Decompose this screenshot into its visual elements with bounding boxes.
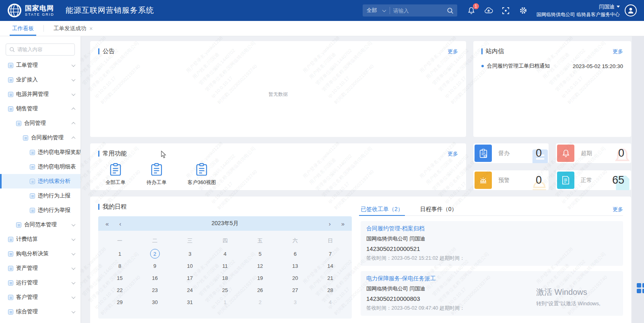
unread-dot-icon — [481, 65, 484, 67]
global-search-input[interactable] — [390, 8, 447, 14]
calendar-day[interactable]: 25 — [207, 284, 242, 296]
sidebar-item[interactable]: 电源并网管理 — [0, 87, 80, 101]
sidebar-item[interactable]: 合同管理 — [0, 116, 80, 130]
user-info[interactable]: 闫国迪 国网临猗供电公司 临猗县客户服务中心 — [537, 3, 620, 18]
calendar-day[interactable]: 12 — [243, 260, 278, 272]
next-year-button[interactable]: » — [341, 220, 345, 227]
calendar-day[interactable]: 29 — [102, 296, 137, 308]
prev-year-button[interactable]: « — [105, 220, 109, 227]
schedule-title: 我的日程 — [98, 203, 127, 211]
notifications-button[interactable]: 1 — [467, 6, 476, 15]
sidebar-search-input[interactable] — [17, 47, 70, 52]
status-card-overdue[interactable]: 超期 0 — [556, 143, 631, 163]
sidebar-item[interactable]: 违约线索分析 — [0, 174, 80, 188]
quick-item-todo-orders[interactable]: 待办工单 — [147, 163, 167, 186]
calendar-day[interactable]: 14 — [313, 260, 348, 272]
schedule-tabs: 已签收工单（2） 日程事件（0） 更多 — [361, 203, 623, 216]
order-item[interactable]: 合同履约管理-档案归档 国网临猗供电公司 闫国迪 142305021000052… — [361, 221, 623, 266]
calendar-day[interactable]: 31 — [172, 296, 207, 308]
calendar-day[interactable]: 4 — [207, 248, 242, 260]
avatar[interactable] — [625, 4, 637, 17]
messages-panel: 站内信 更多 合同履约管理工单归档通知 2023-05-02 15:20:30 — [473, 41, 631, 137]
next-month-button[interactable]: › — [329, 220, 331, 227]
calendar-day[interactable]: 3 — [172, 248, 207, 260]
announcement-panel: 公告 更多 暂无数据 — [90, 41, 466, 137]
calendar-day[interactable]: 3 — [278, 296, 313, 308]
calendar-day[interactable]: 19 — [243, 272, 278, 284]
sidebar-item[interactable]: 工单管理 — [0, 58, 80, 72]
order-item[interactable]: 电力保障服务-保电任务派工 国网临猗供电公司 闫国迪 1423050210000… — [361, 271, 623, 316]
sidebar-item[interactable]: 业扩接入 — [0, 72, 80, 87]
calendar-day[interactable]: 20 — [278, 272, 313, 284]
order-meta: 签收时间：2023-05-02 09:47:40 超期时间： — [366, 305, 617, 312]
floating-grid-button[interactable] — [637, 283, 644, 294]
calendar-day[interactable]: 26 — [243, 284, 278, 296]
fullscreen-button[interactable] — [502, 6, 510, 15]
calendar-day[interactable]: 10 — [172, 260, 207, 272]
calendar-day[interactable]: 21 — [313, 272, 348, 284]
quick-item-all-orders[interactable]: 全部工单 — [105, 163, 126, 186]
sidebar-item[interactable]: 违约行为上报 — [0, 188, 80, 203]
calendar-day[interactable]: 8 — [102, 260, 137, 272]
document-icon — [30, 179, 35, 184]
messages-more-link[interactable]: 更多 — [613, 48, 623, 55]
calendar-day[interactable]: 30 — [137, 296, 172, 308]
cloud-button[interactable] — [484, 6, 493, 15]
schedule-more-link[interactable]: 更多 — [613, 206, 623, 213]
sidebar-item[interactable]: 合同范本管理 — [0, 217, 80, 232]
calendar-day[interactable]: 22 — [102, 284, 137, 296]
sidebar-item-label: 违约窃电明细表 — [38, 163, 76, 170]
sidebar-item[interactable]: 客户管理 — [0, 290, 80, 304]
calendar-day[interactable]: 27 — [278, 284, 313, 296]
calendar-day[interactable]: 24 — [172, 284, 207, 296]
tab-signed-orders[interactable]: 已签收工单（2） — [361, 203, 403, 215]
document-icon — [16, 222, 21, 228]
calendar-day[interactable]: 23 — [137, 284, 172, 296]
calendar-day[interactable]: 17 — [172, 272, 207, 284]
tab-schedule-events[interactable]: 日程事件（0） — [420, 203, 457, 215]
search-icon[interactable] — [447, 7, 454, 14]
order-title-link[interactable]: 合同履约管理-档案归档 — [366, 225, 617, 232]
calendar-day[interactable]: 4 — [313, 296, 348, 308]
quick-item-customer-360[interactable]: 客户360视图 — [188, 163, 216, 186]
sidebar-item[interactable]: 销售管理 — [0, 101, 80, 116]
sidebar-item[interactable]: 运行管理 — [0, 275, 80, 290]
calendar-day[interactable]: 1 — [102, 248, 137, 260]
calendar-day[interactable]: 5 — [243, 248, 278, 260]
search-scope-select[interactable]: 全部 — [363, 7, 390, 14]
sidebar-item[interactable]: 违约窃电明细表 — [0, 159, 80, 174]
sidebar-item[interactable]: 合同履约管理 — [0, 130, 80, 145]
announcement-more-link[interactable]: 更多 — [448, 48, 458, 55]
calendar-day[interactable]: 16 — [137, 272, 172, 284]
tab-workboard[interactable]: 工作看板 — [10, 21, 36, 36]
sidebar-item[interactable]: 计费结算 — [0, 232, 80, 246]
calendar-day[interactable]: 6 — [278, 248, 313, 260]
sidebar-item[interactable]: 资产管理 — [0, 261, 80, 275]
user-org: 国网临猗供电公司 临猗县客户服务中心 — [537, 11, 620, 18]
calendar-day[interactable]: 15 — [102, 272, 137, 284]
calendar-day[interactable]: 13 — [278, 260, 313, 272]
calendar-day[interactable]: 7 — [313, 248, 348, 260]
sidebar-item[interactable]: 违约行为举报 — [0, 203, 80, 217]
status-card-supervise[interactable]: 督办 0 — [473, 143, 549, 163]
status-card-normal[interactable]: 正常 65 — [556, 170, 631, 190]
status-count: 0 — [536, 174, 542, 186]
calendar-day[interactable]: 9 — [137, 260, 172, 272]
order-org: 国网临猗供电公司 闫国迪 — [366, 235, 617, 242]
sidebar-item[interactable]: 购电分析决策 — [0, 246, 80, 261]
message-item[interactable]: 合同履约管理工单归档通知 2023-05-02 15:20:30 — [481, 62, 623, 70]
tab-workorder-sent[interactable]: 工单发送成功 × — [51, 21, 95, 36]
calendar-day[interactable]: 2 — [243, 296, 278, 308]
order-title-link[interactable]: 电力保障服务-保电任务派工 — [366, 275, 617, 282]
settings-button[interactable] — [519, 6, 528, 15]
calendar-day[interactable]: 28 — [313, 284, 348, 296]
calendar-day[interactable]: 1 — [207, 296, 242, 308]
sidebar-item[interactable]: 综合管理 — [0, 304, 80, 319]
calendar-day[interactable]: 11 — [207, 260, 242, 272]
status-card-warning[interactable]: 预警 0 — [473, 170, 549, 190]
calendar-day[interactable]: 18 — [207, 272, 242, 284]
close-icon[interactable]: × — [89, 25, 93, 32]
sidebar-item[interactable]: 违约窃电举报奖励 — [0, 145, 80, 159]
quick-functions-more-link[interactable]: 更多 — [448, 150, 458, 157]
calendar-day[interactable]: 2 — [137, 248, 172, 260]
